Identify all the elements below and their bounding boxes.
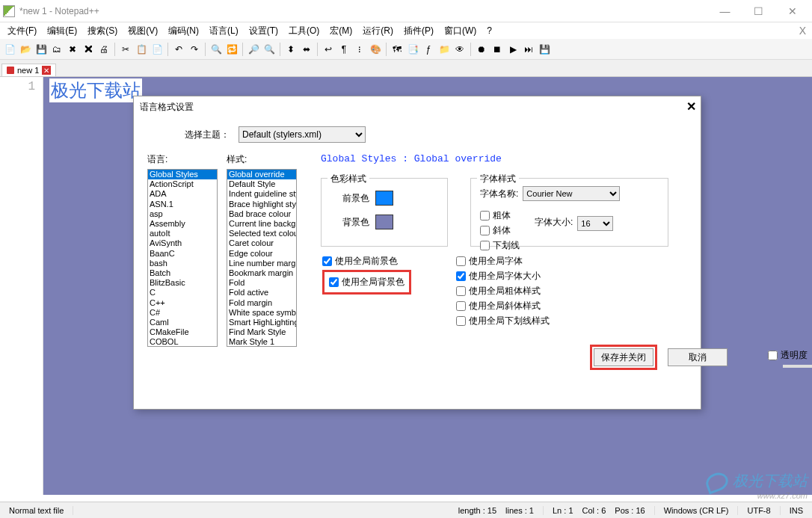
doc-map-icon[interactable]: 🗺: [390, 43, 404, 56]
open-file-icon[interactable]: 📂: [19, 43, 32, 56]
record-icon[interactable]: ⏺: [475, 43, 488, 56]
style-item[interactable]: Find Mark Style: [227, 327, 296, 337]
copy-icon[interactable]: 📋: [135, 43, 148, 56]
style-listbox[interactable]: Global overrideDefault StyleIndent guide…: [227, 169, 297, 347]
zoom-in-icon[interactable]: 🔎: [247, 43, 260, 56]
transparency-checkbox[interactable]: [768, 351, 778, 360]
language-item[interactable]: BaanC: [148, 249, 217, 259]
language-item[interactable]: Assembly: [148, 219, 217, 229]
lang-icon[interactable]: 🎨: [369, 43, 382, 56]
func-list-icon[interactable]: ƒ: [422, 43, 435, 56]
folder-icon[interactable]: 📁: [437, 43, 451, 56]
style-item[interactable]: Bad brace colour: [227, 209, 296, 219]
save-icon[interactable]: 💾: [34, 43, 48, 56]
style-item[interactable]: Global override: [227, 170, 296, 179]
language-item[interactable]: C#: [148, 308, 217, 318]
menu-help[interactable]: ?: [482, 24, 496, 37]
global-font-checkbox[interactable]: [456, 256, 466, 266]
style-item[interactable]: Selected text colour: [227, 229, 296, 238]
language-item[interactable]: ActionScript: [148, 179, 217, 189]
language-item[interactable]: autoIt: [148, 229, 217, 238]
close-file-icon[interactable]: ✖: [66, 43, 79, 56]
font-size-select[interactable]: 16: [577, 216, 613, 231]
redo-icon[interactable]: ↷: [188, 43, 201, 56]
language-listbox[interactable]: Global StylesActionScriptADAASN.1aspAsse…: [147, 169, 218, 347]
global-underline-checkbox[interactable]: [456, 316, 466, 326]
global-bg-checkbox[interactable]: [329, 277, 339, 287]
language-item[interactable]: BlitzBasic: [148, 278, 217, 288]
save-close-button[interactable]: 保存并关闭: [594, 348, 653, 366]
style-item[interactable]: Fold active: [227, 288, 296, 297]
global-fontsize-checkbox[interactable]: [456, 271, 466, 281]
stop-icon[interactable]: ⏹: [490, 43, 504, 56]
play-multi-icon[interactable]: ⏭: [522, 43, 535, 56]
close-all-icon[interactable]: 🗙: [81, 43, 95, 56]
dialog-close-button[interactable]: ✕: [686, 99, 696, 114]
find-icon[interactable]: 🔍: [209, 43, 223, 56]
language-item[interactable]: C++: [148, 298, 217, 308]
language-item[interactable]: Global Styles: [148, 170, 217, 179]
font-name-select[interactable]: Courier New: [523, 186, 620, 201]
language-item[interactable]: asp: [148, 209, 217, 219]
menu-run[interactable]: 运行(R): [358, 23, 398, 39]
doc-list-icon[interactable]: 📑: [406, 43, 419, 56]
language-item[interactable]: ASN.1: [148, 200, 217, 209]
minimize-button[interactable]: —: [708, 1, 742, 22]
replace-icon[interactable]: 🔁: [225, 43, 239, 56]
bg-color-swatch[interactable]: [375, 215, 393, 229]
menu-settings[interactable]: 设置(T): [244, 23, 283, 39]
undo-icon[interactable]: ↶: [172, 43, 185, 56]
menu-language[interactable]: 语言(L): [205, 23, 243, 39]
underline-checkbox[interactable]: [480, 241, 490, 250]
style-item[interactable]: Default Style: [227, 179, 296, 189]
tab-close-icon[interactable]: ✕: [42, 66, 51, 75]
indent-guide-icon[interactable]: ⫶: [353, 43, 366, 56]
style-item[interactable]: White space symbol: [227, 308, 296, 318]
wordwrap-icon[interactable]: ↩: [322, 43, 335, 56]
language-item[interactable]: bash: [148, 259, 217, 268]
language-item[interactable]: COBOL: [148, 337, 217, 347]
global-italic-checkbox[interactable]: [456, 301, 466, 311]
bold-checkbox[interactable]: [480, 211, 490, 221]
style-item[interactable]: Line number margin: [227, 259, 296, 268]
maximize-button[interactable]: ☐: [742, 1, 775, 22]
italic-checkbox[interactable]: [480, 226, 490, 235]
play-icon[interactable]: ▶: [506, 43, 520, 56]
menu-encoding[interactable]: 编码(N): [164, 23, 203, 39]
sync-h-icon[interactable]: ⬌: [300, 43, 313, 56]
menu-macro[interactable]: 宏(M): [325, 23, 357, 39]
language-item[interactable]: C: [148, 288, 217, 297]
new-file-icon[interactable]: 📄: [3, 43, 16, 56]
menu-window[interactable]: 窗口(W): [440, 23, 481, 39]
save-all-icon[interactable]: 🗂: [50, 43, 64, 56]
close-button[interactable]: ✕: [775, 1, 809, 22]
style-item[interactable]: Edge colour: [227, 249, 296, 259]
language-item[interactable]: AviSynth: [148, 238, 217, 248]
language-item[interactable]: Batch: [148, 268, 217, 278]
zoom-out-icon[interactable]: 🔍: [262, 43, 276, 56]
style-item[interactable]: Caret colour: [227, 238, 296, 248]
menu-plugins[interactable]: 插件(P): [399, 23, 438, 39]
style-item[interactable]: Smart HighLighting: [227, 318, 296, 327]
style-item[interactable]: Indent guideline style: [227, 189, 296, 199]
style-item[interactable]: Fold: [227, 278, 296, 288]
paste-icon[interactable]: 📄: [150, 43, 164, 56]
monitor-icon[interactable]: 👁: [453, 43, 467, 56]
global-fg-checkbox[interactable]: [322, 256, 332, 266]
language-item[interactable]: CMakeFile: [148, 327, 217, 337]
menu-edit[interactable]: 编辑(E): [43, 23, 81, 39]
transparency-slider[interactable]: [783, 365, 812, 368]
save-macro-icon[interactable]: 💾: [538, 43, 551, 56]
menu-file[interactable]: 文件(F): [3, 23, 41, 39]
file-tab[interactable]: new 1 ✕: [1, 64, 56, 76]
global-bold-checkbox[interactable]: [456, 286, 466, 296]
menu-tools[interactable]: 工具(O): [284, 23, 324, 39]
all-chars-icon[interactable]: ¶: [337, 43, 351, 56]
theme-select[interactable]: Default (stylers.xml): [239, 126, 366, 143]
cut-icon[interactable]: ✂: [119, 43, 132, 56]
style-item[interactable]: Current line background: [227, 219, 296, 229]
language-item[interactable]: Caml: [148, 318, 217, 327]
print-icon[interactable]: 🖨: [97, 43, 111, 56]
sync-v-icon[interactable]: ⬍: [284, 43, 298, 56]
language-item[interactable]: ADA: [148, 189, 217, 199]
